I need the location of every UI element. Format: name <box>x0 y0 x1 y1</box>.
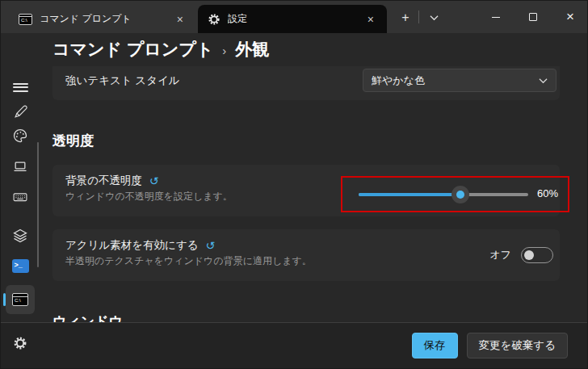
plus-icon: + <box>401 10 409 25</box>
setting-row-acrylic: アクリル素材を有効にする ↺ 半透明のテクスチャをウィンドウの背景に適用します。… <box>52 229 560 281</box>
save-button[interactable]: 保存 <box>412 333 458 359</box>
page-title: 外観 <box>235 38 269 61</box>
tab-close-icon[interactable]: × <box>364 12 377 27</box>
footer-bar: 保存 変更を破棄する <box>1 322 587 368</box>
undo-icon[interactable]: ↺ <box>149 175 159 187</box>
terminal-settings-window: C:\ コマンド プロンプト × 設定 × + × <box>0 0 588 369</box>
minimize-icon <box>492 17 500 18</box>
annotation-highlight-box: 60% <box>341 176 569 212</box>
paintbrush-icon <box>13 104 28 120</box>
tab-command-prompt[interactable]: C:\ コマンド プロンプト × <box>9 5 196 33</box>
tab-cmd-icon: C:\ <box>19 14 32 25</box>
tab-dropdown-button[interactable] <box>423 8 444 27</box>
chevron-down-icon <box>539 78 548 84</box>
undo-icon[interactable]: ↺ <box>206 240 216 251</box>
maximize-icon <box>529 13 537 21</box>
opacity-slider-thumb[interactable] <box>452 186 469 203</box>
nav-item-rendering[interactable] <box>1 154 40 178</box>
setting-label-group: 背景の不透明度 ↺ <box>65 174 159 188</box>
footer-actions: 保存 変更を破棄する <box>412 333 568 359</box>
tab-bar: C:\ コマンド プロンプト × 設定 × + × <box>1 1 587 33</box>
settings-page: コマンド プロンプト › 外観 強いテキスト スタイル 鮮やかな色 透明度 背景… <box>40 33 588 324</box>
acrylic-toggle[interactable] <box>521 247 553 263</box>
breadcrumb: コマンド プロンプト › 外観 <box>52 38 269 61</box>
opacity-slider[interactable] <box>359 178 528 211</box>
opacity-value-label: 60% <box>537 187 558 199</box>
nav-item-command-prompt[interactable]: C:\ <box>1 287 40 312</box>
breadcrumb-separator: › <box>222 42 226 57</box>
section-header-transparency: 透明度 <box>52 132 94 150</box>
tab-settings[interactable]: 設定 × <box>198 5 387 33</box>
setting-row-intense-text-style: 強いテキスト スタイル 鮮やかな色 <box>52 66 560 100</box>
settings-nav-sidebar: >_ C:\ > <box>1 33 40 324</box>
layers-icon <box>12 228 28 244</box>
nav-item-appearance[interactable] <box>1 99 40 124</box>
keyboard-icon <box>12 189 28 205</box>
hamburger-icon <box>13 81 28 94</box>
powershell-icon: >_ <box>12 259 29 273</box>
tab-bar-divider <box>418 10 419 23</box>
dropdown-selected-value: 鮮やかな色 <box>372 73 539 88</box>
setting-label-group: アクリル素材を有効にする ↺ <box>65 238 215 253</box>
tab-label: コマンド プロンプト <box>40 12 174 26</box>
settings-gear-icon <box>208 13 220 26</box>
tab-label: 設定 <box>228 12 364 26</box>
minimize-button[interactable] <box>477 1 514 33</box>
nav-item-actions[interactable] <box>1 185 40 209</box>
window-close-button[interactable]: × <box>552 1 588 33</box>
maximize-button[interactable] <box>514 1 552 33</box>
nav-menu-button[interactable] <box>1 75 40 99</box>
tab-close-icon[interactable]: × <box>174 12 187 27</box>
chevron-down-icon <box>430 15 439 21</box>
acrylic-toggle-group: オフ <box>489 229 553 281</box>
close-icon: × <box>566 9 574 25</box>
opacity-slider-fill <box>359 193 460 196</box>
setting-row-background-opacity: 背景の不透明度 ↺ ウィンドウの不透明度を設定します。 60% <box>52 165 560 216</box>
discard-changes-button[interactable]: 変更を破棄する <box>467 333 568 359</box>
nav-item-color-schemes[interactable] <box>1 124 40 148</box>
palette-icon <box>12 128 28 144</box>
new-tab-button[interactable]: + <box>394 7 417 28</box>
cmd-icon: C:\ <box>12 293 28 306</box>
nav-item-defaults[interactable] <box>1 224 40 248</box>
intense-text-style-dropdown[interactable]: 鮮やかな色 <box>363 69 556 92</box>
setting-description: 半透明のテクスチャをウィンドウの背景に適用します。 <box>65 254 312 268</box>
slider-thumb-dot <box>456 191 464 199</box>
slider-track[interactable] <box>359 193 528 196</box>
gear-icon <box>13 336 27 350</box>
setting-label: 背景の不透明度 <box>65 174 142 188</box>
setting-label: 強いテキスト スタイル <box>65 73 180 88</box>
footer-settings-button[interactable] <box>13 336 27 350</box>
setting-description: ウィンドウの不透明度を設定します。 <box>65 190 233 203</box>
nav-item-powershell[interactable]: >_ <box>1 254 40 278</box>
breadcrumb-profile[interactable]: コマンド プロンプト <box>52 38 213 61</box>
sidebar-scrollbar[interactable] <box>37 142 39 267</box>
toggle-state-label: オフ <box>489 248 511 262</box>
setting-label: アクリル素材を有効にする <box>65 238 199 253</box>
monitor-icon <box>12 158 28 174</box>
toggle-knob <box>524 250 534 260</box>
